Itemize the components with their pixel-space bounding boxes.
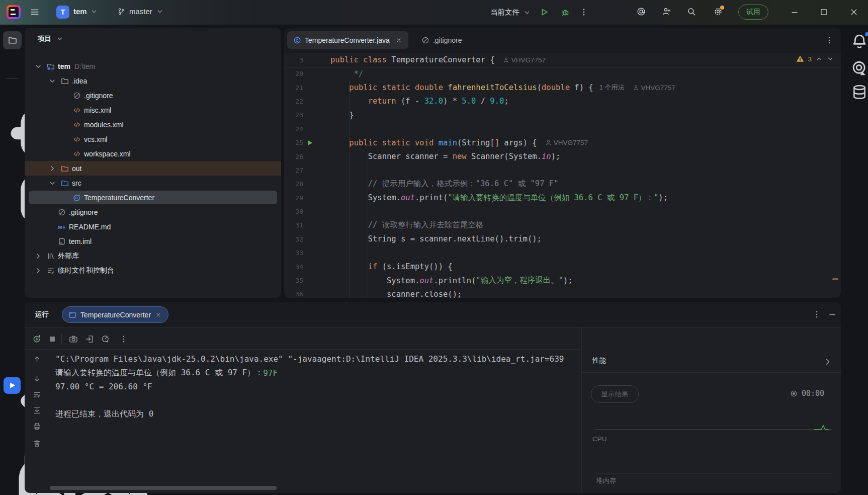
tab-temperatureconverter-java[interactable]: C TemperatureConverter.java: [287, 31, 408, 49]
run-button[interactable]: [540, 8, 549, 17]
database-button[interactable]: [851, 84, 868, 101]
hide-panel-button[interactable]: [828, 310, 837, 319]
code-line-28[interactable]: 28 // 提示用户输入，格式示例："36.6 C" 或 "97 F": [284, 177, 841, 191]
code-editor[interactable]: 20 */21 public static double fahrenheitT…: [284, 67, 841, 298]
close-tab-icon[interactable]: [395, 37, 402, 44]
tree-item-modules.xml[interactable]: modules.xml: [25, 117, 281, 132]
inspections-widget[interactable]: 3: [796, 55, 834, 63]
tool-project-button[interactable]: [3, 31, 22, 49]
tree-item-label: .gitignore: [69, 208, 98, 216]
chevron-right-icon[interactable]: [34, 252, 42, 260]
code-line-27[interactable]: 27: [284, 163, 841, 177]
console-more-button[interactable]: [119, 335, 128, 344]
close-tab-icon[interactable]: [155, 311, 162, 318]
code-line-24[interactable]: 24: [284, 122, 841, 136]
run-configuration-selector[interactable]: 当前文件: [490, 8, 531, 17]
tree-item-.idea[interactable]: .idea: [25, 73, 281, 88]
project-panel-header[interactable]: 项目: [38, 34, 63, 43]
code-line-21[interactable]: 21 public static double fahrenheitToCels…: [284, 80, 841, 94]
prev-occurrence-button[interactable]: [33, 355, 41, 364]
tree-item-vcs.xml[interactable]: vcs.xml: [25, 132, 281, 146]
clear-console-button[interactable]: [33, 439, 41, 448]
scratch-icon: [47, 267, 55, 275]
code-line-29[interactable]: 29 System.out.print("请输入要转换的温度与单位（例如 36.…: [284, 191, 841, 205]
debug-button[interactable]: [561, 8, 570, 17]
tree-item--[interactable]: 外部库: [25, 249, 281, 263]
console-output[interactable]: "C:\Program Files\Java\jdk-25.0.2\bin\ja…: [55, 352, 578, 422]
perf-expand-button[interactable]: [824, 358, 832, 366]
tree-item-workspace.xml[interactable]: workspace.xml: [25, 146, 281, 161]
code-line-36[interactable]: 36 scanner.close();: [284, 287, 841, 298]
tree-item-misc.xml[interactable]: misc.xml: [25, 103, 281, 117]
code-line-33[interactable]: 33: [284, 246, 841, 260]
window-maximize-button[interactable]: [819, 8, 828, 17]
tree-item-tem[interactable]: temD:\tem: [25, 59, 281, 73]
tree-item-.gitignore[interactable]: .gitignore: [25, 205, 281, 219]
print-button[interactable]: [33, 422, 41, 431]
chevron-down-icon[interactable]: [48, 179, 56, 187]
code-line-25[interactable]: 25 public static void main(String[] args…: [284, 136, 841, 149]
search-everywhere-button[interactable]: [687, 7, 696, 16]
rerun-button[interactable]: [32, 335, 41, 344]
arrow-down-icon: [33, 374, 41, 383]
code-line-35[interactable]: 35 System.out.println("输入为空，程序退出。");: [284, 274, 841, 287]
vcs-widget[interactable]: master: [117, 7, 163, 16]
next-occurrence-button[interactable]: [33, 374, 41, 383]
code-line-32[interactable]: 32 String s = scanner.nextLine().trim();: [284, 232, 841, 246]
tree-item-readme.md[interactable]: MREADME.md: [25, 219, 281, 234]
code-line-31[interactable]: 31 // 读取整行输入并去除首尾空格: [284, 218, 841, 232]
window-close-button[interactable]: [849, 8, 858, 17]
tree-item-out[interactable]: out: [25, 161, 281, 176]
project-widget[interactable]: tem: [73, 7, 98, 16]
sticky-header-line[interactable]: 3public class TemperatureConverter {VHVG…: [284, 53, 841, 67]
show-results-button[interactable]: 显示结果: [591, 385, 639, 403]
chevron-right-icon[interactable]: [34, 267, 42, 275]
import-results-button[interactable]: [85, 335, 94, 344]
profiler-button[interactable]: [101, 335, 110, 344]
code-line-22[interactable]: 22 return (f - 32.0) * 5.0 / 9.0;: [284, 95, 841, 108]
code-line-26[interactable]: 26 Scanner scanner = new Scanner(System.…: [284, 149, 841, 163]
gutter-slot: [306, 56, 314, 64]
gutter-slot: [306, 208, 314, 216]
run-line-gutter-icon[interactable]: [306, 139, 314, 147]
chevron-right-icon: [824, 358, 832, 366]
code-line-20[interactable]: 20 */: [284, 67, 841, 80]
console-horizontal-scrollbar[interactable]: [50, 486, 277, 490]
code-line-23[interactable]: 23 }: [284, 108, 841, 122]
perf-panel-title: 性能: [592, 356, 606, 365]
main-menu-button[interactable]: [30, 8, 40, 17]
tree-item-tem.iml[interactable]: tem.iml: [25, 234, 281, 249]
trial-button[interactable]: 试用: [738, 5, 768, 20]
tree-item-temperatureconverter[interactable]: CTemperatureConverter: [25, 190, 281, 205]
run-panel-options-button[interactable]: [812, 310, 821, 319]
ai-chat-button[interactable]: [851, 60, 868, 77]
tree-item-.gitignore[interactable]: .gitignore: [25, 88, 281, 103]
gutter-slot: [306, 194, 314, 202]
tab-gitignore[interactable]: .gitignore: [415, 31, 468, 49]
chevron-down-icon[interactable]: [34, 62, 42, 70]
window-minimize-button[interactable]: [790, 8, 799, 17]
tree-item-src[interactable]: src: [25, 176, 281, 190]
more-run-options-button[interactable]: [579, 8, 588, 17]
editor-options-button[interactable]: [825, 36, 834, 45]
chevron-down-icon[interactable]: [48, 77, 56, 85]
project-avatar[interactable]: T: [56, 6, 69, 19]
stop-button[interactable]: [48, 335, 57, 344]
notifications-button[interactable]: [851, 33, 868, 50]
usages-inlay-hint[interactable]: 1 个用法: [599, 83, 625, 92]
code-with-me-button[interactable]: [662, 7, 671, 16]
prev-problem-icon[interactable]: [816, 55, 823, 62]
folder-icon: [8, 36, 17, 45]
soft-wrap-button[interactable]: [33, 390, 41, 399]
scroll-to-end-button[interactable]: [33, 406, 41, 415]
capture-snapshot-button[interactable]: [69, 335, 78, 344]
tool-run-button[interactable]: [4, 377, 21, 394]
code-line-30[interactable]: 30: [284, 205, 841, 218]
code-line-34[interactable]: 34 if (s.isEmpty()) {: [284, 260, 841, 273]
settings-button[interactable]: [714, 7, 723, 16]
ai-assistant-button[interactable]: [637, 7, 646, 16]
run-tab-temperatureconverter[interactable]: TemperatureConverter: [62, 306, 168, 323]
chevron-right-icon[interactable]: [48, 164, 56, 173]
next-problem-icon[interactable]: [827, 55, 834, 62]
tree-item--[interactable]: 临时文件和控制台: [25, 263, 281, 278]
